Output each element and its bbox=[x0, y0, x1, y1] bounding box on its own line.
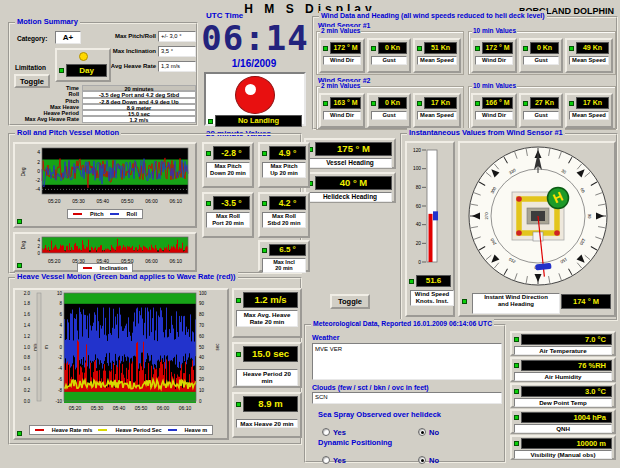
status-led-icon bbox=[323, 46, 328, 51]
heave-title: Heave Vessel Motion (Green band applies … bbox=[15, 272, 238, 281]
wind-speed-gauge-tile: 120100806040200 51.6 Wind Speed Knots. I… bbox=[405, 141, 455, 317]
s1-2min-gust: 0 Kn Gust bbox=[367, 38, 411, 73]
mean-speed-label: Mean Speed bbox=[569, 56, 609, 65]
group-title: 2 min Values bbox=[320, 82, 361, 89]
day-status-led-icon bbox=[59, 68, 64, 73]
vessel-heading-tile: 175 ° M Vessel Heading bbox=[304, 138, 396, 169]
stat-label: Max Incl 20 min bbox=[262, 258, 306, 273]
svg-text:05:20: 05:20 bbox=[48, 198, 61, 204]
roll-pitch-legend: PitchRoll bbox=[16, 207, 194, 220]
stat-label: Max Pitch Up 20 min bbox=[262, 162, 306, 178]
svg-text:-4: -4 bbox=[58, 366, 62, 371]
yes-label: Yes bbox=[333, 428, 346, 437]
svg-text:10: 10 bbox=[199, 388, 205, 393]
status-led-icon bbox=[417, 46, 422, 51]
svg-text:0: 0 bbox=[418, 260, 421, 265]
clouds-label: Clouds (few / sct / bkn / ovc in feet) bbox=[312, 384, 429, 391]
weather-label: Weather bbox=[312, 334, 340, 341]
s2-10min-gust: 27 Kn Gust bbox=[519, 93, 563, 128]
sea-spray-no-radio[interactable]: No bbox=[418, 421, 439, 439]
svg-text:sec: sec bbox=[215, 343, 220, 351]
max-avg-heave-rate-field[interactable]: 1,3 m/s bbox=[158, 61, 196, 72]
dp-no-radio[interactable]: No bbox=[418, 449, 439, 467]
svg-text:4: 4 bbox=[59, 323, 62, 328]
svg-text:0.2: 0.2 bbox=[24, 388, 31, 393]
status-led-icon bbox=[514, 415, 519, 420]
s2-2min-mean: 17 Kn Mean Speed bbox=[413, 93, 461, 128]
svg-text:80: 80 bbox=[199, 312, 205, 317]
svg-text:05:30: 05:30 bbox=[72, 198, 85, 204]
svg-text:4: 4 bbox=[37, 149, 40, 155]
landing-status-led-icon bbox=[208, 119, 213, 124]
heave-legend: Heave Rate m/sHeave Period SecHeave m bbox=[16, 423, 226, 436]
s2-10min-wind-dir: 166 ° M Wind Dir bbox=[471, 93, 517, 128]
gust-label: Gust bbox=[371, 111, 407, 120]
sensor1-2min-group: 2 min Values 172 ° M Wind Dir 0 Kn Gust … bbox=[316, 31, 464, 75]
status-led-icon bbox=[262, 201, 267, 206]
mean-speed-display: 51 Kn bbox=[424, 42, 457, 54]
helideck-heading-tile: 40 ° M Helideck Heading bbox=[304, 172, 396, 203]
heave-period-tile: 15.0 sec Heave Period 20 min bbox=[232, 342, 302, 388]
svg-text:-10: -10 bbox=[55, 399, 62, 404]
max-heave-tile: 8.9 m Max Heave 20 min bbox=[232, 392, 302, 438]
svg-text:1.8: 1.8 bbox=[24, 301, 31, 306]
air-temperature-tile: 7.0 °C Air Temperature bbox=[510, 331, 616, 356]
sensor2-10min-group: 10 min Values 166 ° M Wind Dir 27 Kn Gus… bbox=[468, 86, 616, 130]
dp-yes-radio[interactable]: Yes bbox=[322, 449, 346, 467]
weather-textarea[interactable]: MVE VER bbox=[312, 343, 502, 380]
no-label: No bbox=[429, 428, 439, 437]
status-led-icon bbox=[206, 151, 211, 156]
svg-text:05:50: 05:50 bbox=[121, 198, 134, 204]
s2-2min-gust: 0 Kn Gust bbox=[367, 93, 411, 128]
status-led-icon bbox=[262, 151, 267, 156]
status-led-icon bbox=[371, 46, 376, 51]
sea-spray-yes-radio[interactable]: Yes bbox=[322, 421, 346, 439]
svg-text:50: 50 bbox=[199, 345, 205, 350]
env-display: 10000 m bbox=[521, 438, 612, 449]
wind-dir-label: Wind Dir bbox=[475, 56, 513, 65]
env-label: Air Humidity bbox=[514, 372, 612, 381]
max-inclination-field[interactable]: 3,5 ° bbox=[158, 46, 196, 57]
stat-display: 15.0 sec bbox=[243, 346, 298, 362]
svg-text:70: 70 bbox=[199, 323, 205, 328]
s1-2min-mean: 51 Kn Mean Speed bbox=[413, 38, 461, 73]
svg-text:-2: -2 bbox=[58, 355, 62, 360]
instantaneous-panel: Instantaneous Values from Wind Sensor #1… bbox=[400, 133, 618, 321]
svg-text:0.8: 0.8 bbox=[24, 355, 31, 360]
max-pitch-roll-field[interactable]: +/- 3,0 ° bbox=[158, 31, 196, 42]
status-led-icon bbox=[523, 46, 528, 51]
status-led-icon bbox=[514, 363, 519, 368]
status-led-icon bbox=[371, 101, 376, 106]
compass-tile: 0306090120150180210240270300330H Instant… bbox=[458, 141, 616, 317]
date-display: 1/16/2009 bbox=[198, 58, 310, 69]
svg-text:1.0: 1.0 bbox=[24, 345, 31, 350]
svg-text:05:40: 05:40 bbox=[113, 405, 126, 411]
env-display: 76 %RH bbox=[521, 360, 612, 371]
status-led-icon bbox=[409, 279, 414, 284]
svg-text:-4: -4 bbox=[36, 186, 41, 192]
svg-text:120: 120 bbox=[413, 148, 421, 153]
day-night-indicator: Day bbox=[55, 48, 111, 82]
svg-text:0.4: 0.4 bbox=[24, 377, 31, 382]
wind-dir-label: Wind Dir bbox=[323, 56, 361, 65]
wind-data-panel: Wind Data and Heading (all wind speeds r… bbox=[312, 16, 618, 130]
svg-text:05:40: 05:40 bbox=[97, 198, 110, 204]
svg-text:0: 0 bbox=[199, 399, 202, 404]
landing-status-text: No Landing bbox=[215, 115, 302, 127]
stat-display: 8.9 m bbox=[243, 396, 298, 412]
max-pitch-roll-label: Max Pitch/Roll bbox=[70, 33, 156, 39]
roll-pitch-chart: 420-2-4Deg05:2005:3005:4005:5006:0006:10 bbox=[16, 145, 194, 211]
status-led-icon bbox=[206, 201, 211, 206]
env-label: QNH bbox=[514, 424, 612, 433]
svg-text:2: 2 bbox=[37, 159, 40, 165]
max-roll-port-tile: -3.5 ° Max Roll Port 20 min bbox=[202, 192, 254, 238]
group-title: 2 min Values bbox=[320, 27, 361, 34]
wind-speed-gauge: 120100806040200 bbox=[407, 144, 453, 276]
hms-display-screen: H M S Display BORGLAND DOLPHIN Motion Su… bbox=[0, 0, 620, 468]
wind-dir-display: 163 ° M bbox=[330, 97, 361, 109]
mean-speed-display: 17 Kn bbox=[424, 97, 457, 109]
heading-toggle-button[interactable]: Toggle bbox=[330, 294, 370, 309]
clouds-input[interactable]: SCN bbox=[312, 392, 502, 404]
roll-pitch-panel: Roll and Pitch Vessel Motion 420-2-4Deg0… bbox=[8, 133, 302, 274]
motion-summary-table: Time20 minutes Roll-3.5 deg Port and 4.2… bbox=[16, 85, 196, 123]
